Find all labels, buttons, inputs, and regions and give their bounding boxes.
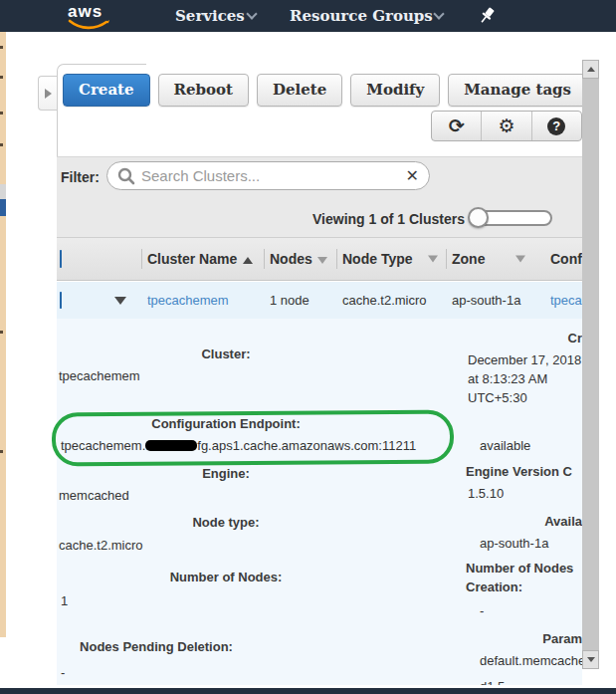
scroll-down-icon [587,657,595,662]
action-toolbar: Create Reboot Delete Modify Manage tags [63,74,587,108]
reboot-button[interactable]: Reboot [158,74,249,107]
help-icon: ? [547,117,565,135]
detail-label-configuration-endpoint: Configuration Endpoint: [57,416,395,431]
detail-value-parameter-group-line2: d1.5 [468,677,582,685]
sort-icon [317,257,327,264]
detail-value-number-of-nodes: 1 [61,593,68,608]
search-icon [117,167,135,185]
detail-label-nodes-pending-deletion: Nodes Pending Deletion: [57,639,256,654]
detail-value-engine: memcached [59,488,129,503]
cluster-table-row[interactable]: tpecachemem 1 node cache.t2.micro ap-sou… [57,282,582,319]
manage-tags-button[interactable]: Manage tags [448,74,587,107]
cluster-name-link[interactable]: tpecachemem [147,293,229,308]
detail-value-configuration-endpoint: tpecachemem.fg.aps1.cache.amazonaws.com:… [61,438,416,453]
nav-services[interactable]: Services [175,7,245,25]
column-header-cluster-name[interactable]: Cluster Name [143,251,266,267]
create-button[interactable]: Create [63,74,150,107]
top-nav-bar: aws Services Resource Groups [0,0,616,32]
help-button[interactable]: ? [531,112,581,140]
select-all-checkbox[interactable] [60,250,62,268]
scroll-down-button[interactable] [582,650,599,669]
nav-resource-groups[interactable]: Resource Groups [290,7,433,25]
detail-label-cluster: Cluster: [57,347,395,361]
cluster-details-panel: Cluster: tpecachemem Configuration Endpo… [57,319,582,685]
scroll-up-icon [587,67,595,72]
column-header-nodes[interactable]: Nodes [266,251,338,267]
viewing-count-label: Viewing 1 of 1 Clusters [312,211,465,227]
detail-value-parameter-group: default.memcache [468,651,582,670]
collapse-row-icon[interactable] [114,297,126,305]
gear-icon: ⚙ [498,116,514,135]
detail-label-nodes-pending-creation: Number of Nodes [466,561,582,576]
table-header: Cluster Name Nodes Node Type Zone Conf [57,237,582,281]
detail-label-creation-time: Cr [466,331,582,346]
detail-value-nodes-pending-deletion: - [61,665,65,680]
detail-value-nodes-pending-creation: - [468,601,582,620]
search-input[interactable] [141,167,406,184]
aws-logo[interactable]: aws [66,2,111,30]
detail-value-cluster: tpecachemem [59,368,140,383]
row-checkbox[interactable] [60,292,62,309]
column-header-zone[interactable]: Zone [448,251,535,267]
detail-value-engine-version: 1.5.10 [468,484,582,503]
delete-button[interactable]: Delete [257,74,342,107]
detail-label-availability-zone: Availa [466,514,582,529]
resource-groups-caret-icon [433,8,444,19]
services-caret-icon [246,8,257,19]
row-node-type: cache.t2.micro [338,293,448,308]
search-box[interactable]: ✕ [106,161,430,190]
detail-label-nodes-pending-creation-line2: Creation: [466,579,582,594]
detail-value-availability-zone: ap-south-1a [468,534,582,553]
modify-button[interactable]: Modify [350,74,440,107]
bottom-window-bar [0,688,616,694]
pagination-slider-knob[interactable] [468,207,489,228]
detail-value-node-type: cache.t2.micro [59,538,143,553]
aws-smile-icon [66,19,111,31]
row-nodes: 1 node [266,293,338,308]
detail-value-creation-time: December 17, 2018 at 8:13:23 AM UTC+5:30 [468,350,582,407]
filter-panel: Filter: ✕ Viewing 1 of 1 Clusters [57,156,582,237]
sort-icon [428,256,438,263]
column-header-node-type[interactable]: Node Type [338,251,448,267]
refresh-icon: ⟳ [449,116,465,135]
scroll-up-button[interactable] [582,60,599,79]
settings-button[interactable]: ⚙ [481,112,530,140]
refresh-button[interactable]: ⟳ [432,112,481,140]
detail-value-status: available [468,436,582,455]
utility-icon-bar: ⟳ ⚙ ? [431,111,582,141]
redaction-mark [145,440,197,451]
detail-label-node-type: Node type: [57,515,395,530]
row-conf-endpoint-link[interactable]: tpeca [550,293,582,308]
clear-search-icon[interactable]: ✕ [406,168,419,184]
pin-icon[interactable] [475,4,499,28]
chevron-right-icon [45,89,52,99]
filter-label: Filter: [61,169,100,185]
sort-asc-icon [243,257,253,264]
sort-icon [515,256,525,263]
detail-label-engine-version: Engine Version C [466,464,582,479]
background-window-sliver [0,32,6,637]
row-zone: ap-south-1a [448,293,535,308]
detail-label-engine: Engine: [57,466,395,481]
column-header-conf[interactable]: Conf [535,251,582,267]
detail-label-parameter-group: Param [466,631,582,646]
vertical-scrollbar[interactable] [582,60,599,669]
expand-sidebar-tab[interactable] [38,76,57,111]
detail-label-number-of-nodes: Number of Nodes: [57,570,395,584]
